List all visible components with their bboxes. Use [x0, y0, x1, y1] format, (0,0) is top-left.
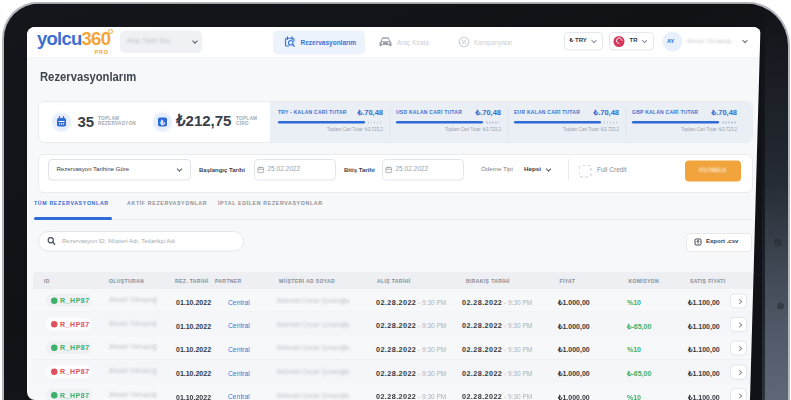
svg-text:₺: ₺ — [159, 119, 165, 126]
